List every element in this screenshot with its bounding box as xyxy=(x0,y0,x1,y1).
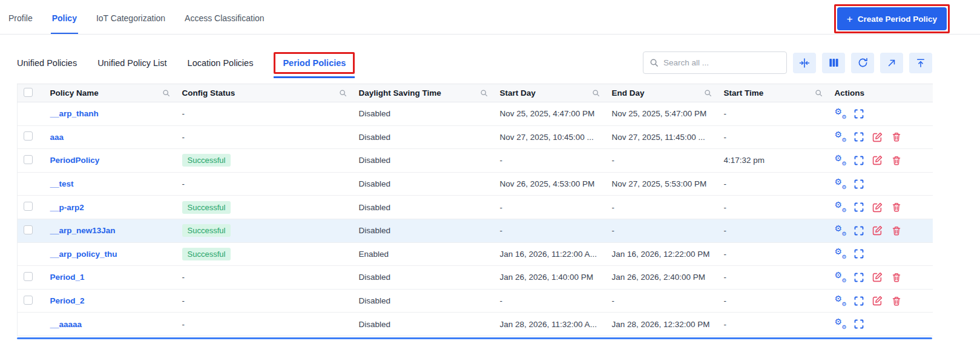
start-time-value: 4:17:32 pm xyxy=(724,156,765,165)
daylight-saving-value: Disabled xyxy=(359,109,391,118)
settings-icon[interactable]: ⚙⚙ xyxy=(835,296,846,307)
config-status-value: Successful xyxy=(182,154,231,167)
table-row: Period_1 - Disabled Jan 26, 2026, 1:40:0… xyxy=(18,266,933,290)
col-start-time: Start Time xyxy=(724,88,764,98)
column-search-icon[interactable] xyxy=(704,89,712,97)
start-day-value: Nov 25, 2025, 4:47:00 PM xyxy=(500,109,595,118)
settings-icon[interactable]: ⚙⚙ xyxy=(835,155,846,166)
delete-icon[interactable] xyxy=(891,155,902,166)
policy-name-link[interactable]: __aaaaa xyxy=(50,320,82,329)
fullscreen-icon[interactable] xyxy=(853,179,864,190)
column-search-icon[interactable] xyxy=(480,89,488,97)
delete-icon[interactable] xyxy=(891,202,902,213)
column-search-icon[interactable] xyxy=(815,89,823,97)
select-all-checkbox[interactable] xyxy=(24,88,33,97)
daylight-saving-value: Disabled xyxy=(359,133,391,142)
policy-name-link[interactable]: __arp_new13Jan xyxy=(50,226,116,235)
tab-profile[interactable]: Profile xyxy=(7,4,34,34)
start-time-value: - xyxy=(724,179,727,188)
daylight-saving-value: Enabled xyxy=(359,250,389,259)
tab-unified-policies[interactable]: Unified Policies xyxy=(17,58,77,68)
create-period-policy-button[interactable]: + Create Period Policy xyxy=(837,7,947,30)
column-search-icon[interactable] xyxy=(339,89,347,97)
tab-policy[interactable]: Policy xyxy=(51,4,78,34)
settings-icon[interactable]: ⚙⚙ xyxy=(835,319,846,330)
fullscreen-icon[interactable] xyxy=(853,155,864,166)
policy-name-link[interactable]: __arp_policy_thu xyxy=(50,250,117,259)
start-time-value: - xyxy=(724,133,727,142)
fullscreen-icon[interactable] xyxy=(853,319,864,330)
start-day-value: - xyxy=(500,226,503,235)
policy-name-link[interactable]: PeriodPolicy xyxy=(50,156,100,165)
settings-icon[interactable]: ⚙⚙ xyxy=(835,202,846,213)
column-search-icon[interactable] xyxy=(162,89,170,97)
fullscreen-icon[interactable] xyxy=(853,108,864,119)
edit-icon[interactable] xyxy=(872,131,883,142)
search-box[interactable] xyxy=(643,51,787,74)
edit-icon[interactable] xyxy=(872,296,883,307)
columns-button[interactable] xyxy=(822,53,845,73)
table-bottom-scroll-indicator[interactable] xyxy=(17,337,932,339)
collapse-columns-icon xyxy=(799,58,810,68)
delete-icon[interactable] xyxy=(891,225,902,236)
row-checkbox[interactable] xyxy=(24,272,33,281)
column-search-icon[interactable] xyxy=(592,89,600,97)
policy-name-link[interactable]: aaa xyxy=(50,133,64,142)
edit-icon[interactable] xyxy=(872,225,883,236)
config-status-value: - xyxy=(182,133,185,142)
row-checkbox[interactable] xyxy=(24,155,33,164)
policy-name-link[interactable]: __arp_thanh xyxy=(50,109,99,118)
row-actions: ⚙⚙ xyxy=(835,225,927,236)
fullscreen-icon[interactable] xyxy=(853,225,864,236)
tab-access-classification[interactable]: Access Classification xyxy=(183,4,266,34)
row-checkbox[interactable] xyxy=(24,131,33,141)
open-external-button[interactable] xyxy=(880,53,903,73)
fullscreen-icon[interactable] xyxy=(853,272,864,283)
fullscreen-icon[interactable] xyxy=(853,131,864,142)
delete-icon[interactable] xyxy=(891,131,902,142)
policy-name-link[interactable]: __test xyxy=(50,179,74,188)
tab-unified-policy-list[interactable]: Unified Policy List xyxy=(97,58,166,68)
settings-icon[interactable]: ⚙⚙ xyxy=(835,248,846,259)
policy-name-link[interactable]: Period_1 xyxy=(50,273,85,282)
row-actions: ⚙⚙ xyxy=(835,272,927,283)
gear-glyph: ⚙ xyxy=(835,224,843,233)
upload-button[interactable] xyxy=(909,53,932,73)
settings-icon[interactable]: ⚙⚙ xyxy=(835,272,846,283)
tab-period-policies[interactable]: Period Policies xyxy=(283,58,346,68)
table-row: __p-arp2 Successful Disabled - - - ⚙⚙ xyxy=(18,196,933,219)
edit-icon[interactable] xyxy=(872,155,883,166)
settings-icon[interactable]: ⚙⚙ xyxy=(835,225,846,236)
fullscreen-icon[interactable] xyxy=(853,296,864,307)
settings-icon[interactable]: ⚙⚙ xyxy=(835,108,846,119)
policy-name-link[interactable]: Period_2 xyxy=(50,296,85,305)
row-actions: ⚙⚙ xyxy=(835,179,927,190)
search-input[interactable] xyxy=(663,58,780,67)
table-toolbar xyxy=(643,51,932,74)
table-row: __test - Disabled Nov 26, 2025, 4:53:00 … xyxy=(18,172,933,196)
fullscreen-icon[interactable] xyxy=(853,202,864,213)
fullscreen-icon[interactable] xyxy=(853,248,864,259)
collapse-columns-button[interactable] xyxy=(793,53,816,73)
gear-small-glyph: ⚙ xyxy=(841,138,846,143)
settings-icon[interactable]: ⚙⚙ xyxy=(835,179,846,190)
config-status-value: - xyxy=(182,109,185,118)
settings-icon[interactable]: ⚙⚙ xyxy=(835,131,846,142)
gear-small-glyph: ⚙ xyxy=(841,302,846,307)
row-checkbox[interactable] xyxy=(24,225,33,234)
edit-icon[interactable] xyxy=(872,202,883,213)
edit-icon[interactable] xyxy=(872,272,883,283)
refresh-button[interactable] xyxy=(851,53,874,73)
daylight-saving-value: Disabled xyxy=(359,320,391,329)
delete-icon[interactable] xyxy=(891,272,902,283)
table-row: Period_2 - Disabled - - - ⚙⚙ xyxy=(18,289,933,313)
tab-location-policies[interactable]: Location Policies xyxy=(188,58,254,68)
gear-small-glyph: ⚙ xyxy=(841,114,846,120)
tab-iot-categorization[interactable]: IoT Categorization xyxy=(95,4,166,34)
delete-icon[interactable] xyxy=(891,296,902,307)
policy-name-link[interactable]: __p-arp2 xyxy=(50,203,84,212)
main-content: Unified Policies Unified Policy List Loc… xyxy=(0,51,980,339)
row-checkbox[interactable] xyxy=(24,296,33,305)
row-checkbox[interactable] xyxy=(24,202,33,211)
end-day-value: Jan 16, 2026, 12:22:00 PM xyxy=(612,250,710,259)
